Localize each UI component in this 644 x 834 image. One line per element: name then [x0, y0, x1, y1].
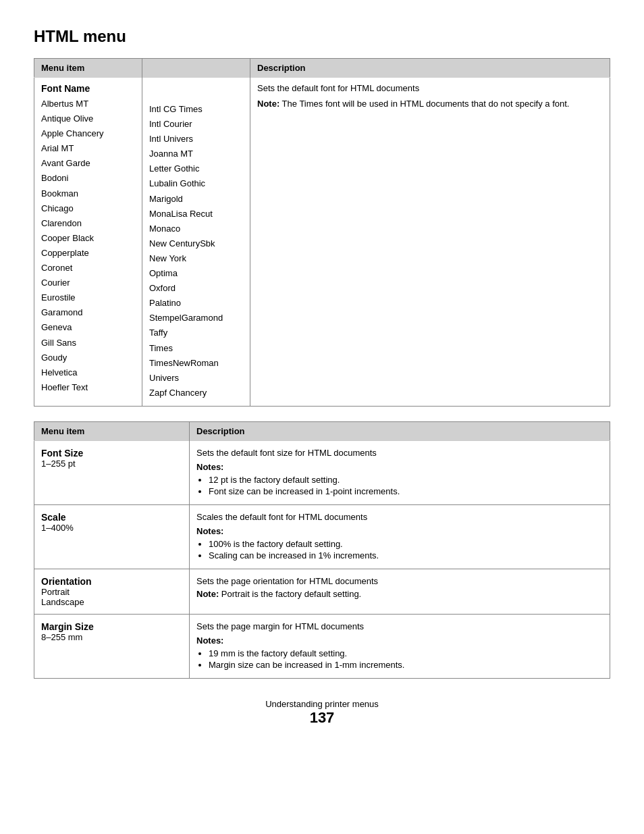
font-item: StempelGaramond	[149, 311, 243, 325]
font-item: Letter Gothic	[149, 161, 243, 176]
footer-text: Understanding printer menus	[34, 699, 610, 709]
font-desc-main: Sets the default font for HTML documents	[257, 83, 603, 93]
menu-item-sub: 8–255 mm	[41, 632, 182, 642]
font-item: New York	[149, 251, 243, 266]
menu-item-label: Font Size	[41, 448, 182, 459]
menu-item-label: Scale	[41, 512, 182, 523]
note-text: Portrait is the factory default setting.	[221, 589, 361, 599]
notes-label: Notes:	[196, 526, 603, 536]
notes-item: Font size can be increased in 1-point in…	[209, 486, 603, 496]
table1-col3-header: Description	[250, 59, 610, 78]
table-row: Font Size1–255 ptSets the default font s…	[34, 440, 610, 504]
font-item: Copperplate	[41, 246, 135, 261]
font-item: Helvetica	[41, 365, 135, 380]
font-item: Intl Univers	[149, 132, 243, 147]
menu-item-sub: 1–255 pt	[41, 459, 182, 469]
font-item: Antique Olive	[41, 111, 135, 126]
font-col2-list: Intl CG TimesIntl CourierIntl UniversJoa…	[149, 102, 243, 400]
font-item: Bookman	[41, 186, 135, 201]
desc-main: Sets the page margin for HTML documents	[196, 621, 603, 631]
font-item: Zapf Chancery	[149, 386, 243, 400]
notes-item: Scaling can be increased in 1% increment…	[209, 550, 603, 561]
font-item: Monaco	[149, 221, 243, 236]
font-item: Univers	[149, 371, 243, 386]
table-row: Font Name Albertus MTAntique OliveApple …	[34, 78, 610, 407]
desc-main: Sets the default font size for HTML docu…	[196, 448, 603, 458]
font-item: Apple Chancery	[41, 126, 135, 141]
menu-item-sub: 1–400%	[41, 523, 182, 533]
desc-cell: Scales the default font for HTML documen…	[190, 504, 610, 569]
notes-item: 100% is the factory default setting.	[209, 539, 603, 549]
notes-item: 12 pt is the factory default setting.	[209, 475, 603, 485]
font-name-table: Menu item Description Font Name Albertus…	[34, 58, 610, 407]
table-row: OrientationPortraitLandscapeSets the pag…	[34, 569, 610, 614]
font-item: Times	[149, 341, 243, 356]
font-item: Eurostile	[41, 290, 135, 305]
font-item: MonaLisa Recut	[149, 207, 243, 221]
font-col1-list: Albertus MTAntique OliveApple ChanceryAr…	[41, 97, 135, 395]
notes-item: Margin size can be increased in 1-mm inc…	[209, 660, 603, 670]
table1-col2-header	[142, 59, 250, 78]
font-item: Intl Courier	[149, 117, 243, 132]
notes-item: 19 mm is the factory default setting.	[209, 648, 603, 658]
font-item: Gill Sans	[41, 336, 135, 350]
font-item: Bodoni	[41, 171, 135, 186]
menu-item-cell: OrientationPortraitLandscape	[34, 569, 190, 614]
font-item: Garamond	[41, 305, 135, 320]
notes-list: 100% is the factory default setting.Scal…	[209, 539, 603, 561]
font-item: Lubalin Gothic	[149, 176, 243, 191]
font-item: Optima	[149, 266, 243, 281]
table2-col1-header: Menu item	[34, 421, 190, 440]
font-item: Palatino	[149, 296, 243, 311]
font-item: TimesNewRoman	[149, 356, 243, 371]
font-item: Oxford	[149, 281, 243, 296]
font-item: Marigold	[149, 192, 243, 207]
font-item: Intl CG Times	[149, 102, 243, 117]
table-row: Scale1–400%Scales the default font for H…	[34, 504, 610, 569]
desc-cell: Sets the default font size for HTML docu…	[190, 440, 610, 504]
font-item: Coronet	[41, 261, 135, 276]
notes-label: Notes:	[196, 462, 603, 472]
desc-main: Sets the page orientation for HTML docum…	[196, 576, 603, 586]
desc-cell: Sets the page orientation for HTML docum…	[190, 569, 610, 614]
font-name-col1: Font Name Albertus MTAntique OliveApple …	[34, 78, 142, 407]
settings-table: Menu item Description Font Size1–255 ptS…	[34, 421, 610, 679]
note-label: Note:	[257, 99, 279, 109]
menu-item-label: Orientation	[41, 576, 182, 587]
desc-cell: Sets the page margin for HTML documentsN…	[190, 614, 610, 678]
desc-main: Scales the default font for HTML documen…	[196, 512, 603, 522]
font-item: Courier	[41, 276, 135, 290]
font-item: Avant Garde	[41, 156, 135, 171]
note-text: The Times font will be used in HTML docu…	[282, 99, 570, 109]
font-item: Geneva	[41, 320, 135, 335]
font-name-label: Font Name	[41, 83, 135, 94]
font-item: Taffy	[149, 325, 243, 340]
font-item: Hoefler Text	[41, 380, 135, 395]
font-desc-note: Note: The Times font will be used in HTM…	[257, 99, 603, 109]
menu-item-cell: Font Size1–255 pt	[34, 440, 190, 504]
font-name-col2: Intl CG TimesIntl CourierIntl UniversJoa…	[142, 78, 250, 407]
menu-item-cell: Scale1–400%	[34, 504, 190, 569]
page-title: HTML menu	[34, 27, 610, 46]
font-item: Arial MT	[41, 141, 135, 156]
font-item: Albertus MT	[41, 97, 135, 111]
font-item: Joanna MT	[149, 147, 243, 161]
font-item: New CenturySbk	[149, 236, 243, 251]
font-name-desc: Sets the default font for HTML documents…	[250, 78, 610, 407]
note-inline: Note: Portrait is the factory default se…	[196, 589, 603, 599]
footer-page: 137	[34, 709, 610, 727]
table-row: Margin Size8–255 mmSets the page margin …	[34, 614, 610, 678]
menu-item-sub1: Portrait	[41, 587, 182, 597]
notes-label: Notes:	[196, 635, 603, 646]
menu-item-sub2: Landscape	[41, 597, 182, 607]
font-item: Goudy	[41, 350, 135, 365]
notes-list: 12 pt is the factory default setting.Fon…	[209, 475, 603, 496]
font-item: Clarendon	[41, 216, 135, 231]
note-label: Note:	[196, 589, 221, 599]
table1-col1-header: Menu item	[34, 59, 142, 78]
footer: Understanding printer menus 137	[34, 699, 610, 727]
table2-col2-header: Description	[190, 421, 610, 440]
font-item: Cooper Black	[41, 231, 135, 246]
font-item: Chicago	[41, 201, 135, 216]
notes-list: 19 mm is the factory default setting.Mar…	[209, 648, 603, 670]
